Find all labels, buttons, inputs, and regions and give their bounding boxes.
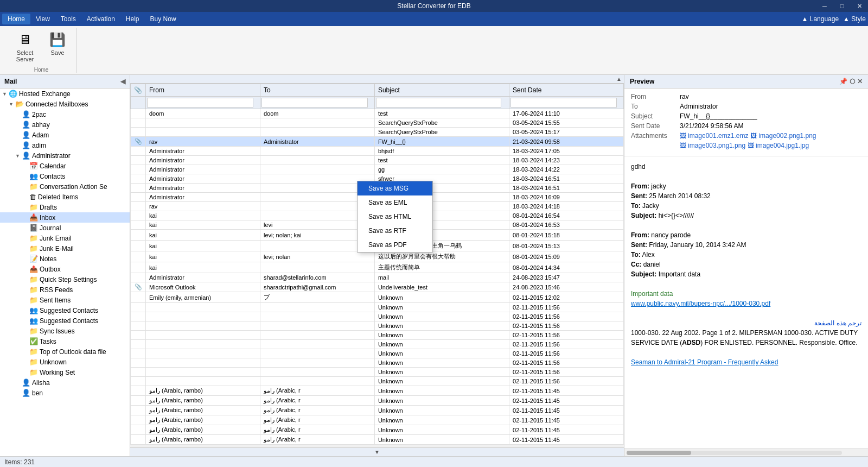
sidebar-item-administrator[interactable]: ▼ 👤 Administrator (0, 150, 130, 161)
table-row[interactable]: Unknown02-11-2015 11:56 (131, 340, 624, 349)
sidebar-collapse-button[interactable]: ◀ (120, 78, 125, 85)
table-row[interactable]: 📎ravAdministratorFW_hi__{}21-03-2024 09:… (131, 137, 624, 147)
select-server-button[interactable]: 🖥 SelectServer (11, 28, 39, 65)
preview-arabic-link[interactable]: ترجم هذه الصفحة (631, 318, 861, 328)
sidebar-item-suggested1[interactable]: 👥 Suggested Contacts (0, 305, 130, 315)
attachment-1[interactable]: 🖼 image001.emz1.emz (680, 132, 748, 140)
sidebar-item-calendar[interactable]: 📅 Calendar (0, 161, 130, 171)
sidebar-item-abhay[interactable]: 👤 abhay (0, 119, 130, 130)
table-row[interactable]: Unknown02-11-2015 11:56 (131, 358, 624, 368)
contacts-icon: 👥 (29, 172, 38, 180)
table-row[interactable]: Administratorsharad@stellarinfo.commail2… (131, 273, 624, 282)
sidebar-item-drafts[interactable]: 📁 Drafts (0, 202, 130, 212)
context-menu-save-html[interactable]: Save as HTML (358, 210, 432, 224)
menu-help[interactable]: Help (120, 14, 145, 24)
table-row[interactable]: 📎Microsoft Outlooksharadctripathi@gmail.… (131, 282, 624, 292)
language-selector[interactable]: ▲ Language (802, 15, 839, 23)
close-button[interactable]: ✕ (851, 0, 868, 12)
table-row[interactable]: رامو (Arabic, rambo)رامو (Arabic, rUnkno… (131, 425, 624, 435)
sidebar-item-unknown[interactable]: 📁 Unknown (0, 357, 130, 367)
attachment-3[interactable]: 🖼 image003.png1.png (680, 142, 745, 149)
sidebar-item-inbox[interactable]: 📥 Inbox (0, 212, 130, 223)
scroll-down-icon[interactable]: ▼ (374, 449, 380, 455)
table-row[interactable]: Administratortest18-03-2024 14:23 (131, 156, 624, 165)
table-row[interactable]: SearchQueryStxProbe03-05-2024 15:17 (131, 128, 624, 137)
table-row[interactable]: kailevi; nolan这以后的岁月里会有很大帮助08-01-2024 15… (131, 251, 624, 262)
style-selector[interactable]: ▲ Style (843, 15, 866, 23)
sidebar-item-workingset[interactable]: 📁 Working Set (0, 367, 130, 377)
table-row[interactable]: Administratorbhjsdf18-03-2024 17:05 (131, 147, 624, 156)
sidebar-item-conversation[interactable]: 📁 Conversation Action Se (0, 181, 130, 192)
sidebar-item-quickstep[interactable]: 📁 Quick Step Settings (0, 274, 130, 285)
tree-toggle-hosted[interactable]: ▼ (2, 91, 9, 97)
sidebar-item-hosted-exchange[interactable]: ▼ 🌐 Hosted Exchange (0, 89, 130, 99)
table-row[interactable]: Unknown02-11-2015 11:56 (131, 368, 624, 377)
sidebar-item-suggested2[interactable]: 👥 Suggested Contacts (0, 315, 130, 326)
sidebar-item-sentitems[interactable]: 📁 Sent Items (0, 295, 130, 305)
table-row[interactable]: رامو (Arabic, rambo)رامو (Arabic, rUnkno… (131, 396, 624, 406)
restore-button[interactable]: □ (833, 0, 851, 12)
table-row[interactable]: doomdoomtest17-06-2024 11:10 (131, 109, 624, 118)
table-row[interactable]: Administratorgg18-03-2024 14:22 (131, 165, 624, 174)
col-attach[interactable]: 📎 (131, 84, 146, 97)
search-from-input[interactable] (147, 98, 253, 108)
table-row[interactable]: Unknown02-11-2015 11:56 (131, 377, 624, 386)
search-date-input[interactable] (510, 98, 617, 108)
preview-navy-link[interactable]: www.public.navy.mil/bupers-npc/.../1000-… (631, 299, 861, 308)
table-row[interactable]: رامو (Arabic, rambo)رامو (Arabic, rUnkno… (131, 406, 624, 415)
sidebar-item-junk-email2[interactable]: 📁 Junk E-Mail (0, 243, 130, 254)
sidebar-item-contacts[interactable]: 👥 Contacts (0, 171, 130, 181)
preview-footer-link[interactable]: Seaman to Admiral-21 Program - Frequentl… (631, 357, 861, 367)
menu-tools[interactable]: Tools (55, 14, 81, 24)
table-row[interactable]: رامو (Arabic, rambo)رامو (Arabic, rUnkno… (131, 435, 624, 445)
preview-pin-icon[interactable]: 📌 (839, 78, 847, 85)
table-row[interactable]: Emily (emily, armenian)ブUnknown02-11-201… (131, 292, 624, 303)
menu-home[interactable]: Home (2, 14, 30, 24)
sidebar-item-connected[interactable]: ▼ 📂 Connected Mailboxes (0, 99, 130, 109)
table-row[interactable]: SearchQueryStxProbe03-05-2024 15:55 (131, 118, 624, 128)
sidebar-item-topoutlook[interactable]: 📁 Top of Outlook data file (0, 346, 130, 357)
sidebar-item-adam[interactable]: 👤 Adam (0, 130, 130, 140)
col-to[interactable]: To (260, 84, 374, 97)
context-menu-save-eml[interactable]: Save as EML (358, 195, 432, 210)
table-row[interactable]: رامو (Arabic, rambo)رامو (Arabic, rUnkno… (131, 415, 624, 425)
sidebar-item-syncissues[interactable]: 📁 Sync Issues (0, 326, 130, 336)
minimize-button[interactable]: ─ (816, 0, 833, 12)
menu-buynow[interactable]: Buy Now (145, 14, 182, 24)
context-menu-save-pdf[interactable]: Save as PDF (358, 238, 432, 252)
sidebar-item-tasks[interactable]: ✅ Tasks (0, 336, 130, 346)
menu-view[interactable]: View (30, 14, 55, 24)
attachment-4[interactable]: 🖼 image004.jpg1.jpg (748, 142, 809, 149)
save-button[interactable]: 💾 Save (43, 28, 72, 65)
search-subject-input[interactable] (376, 98, 501, 108)
sidebar-item-journal[interactable]: 📓 Journal (0, 223, 130, 233)
preview-detach-icon[interactable]: ⬡ (850, 78, 855, 85)
table-row[interactable]: Unknown02-11-2015 11:56 (131, 349, 624, 358)
col-from[interactable]: From (146, 84, 260, 97)
context-menu-save-rtf[interactable]: Save as RTF (358, 224, 432, 238)
col-subject[interactable]: Subject (374, 84, 509, 97)
sidebar-item-deleted[interactable]: 🗑 Deleted Items (0, 192, 130, 202)
sidebar-item-alisha[interactable]: 👤 Alisha (0, 377, 130, 388)
sidebar-item-adim[interactable]: 👤 adim (0, 140, 130, 150)
sidebar-item-notes[interactable]: 📝 Notes (0, 254, 130, 264)
table-row[interactable]: kai主题传统而简单08-01-2024 14:34 (131, 262, 624, 273)
sidebar-item-junk-email[interactable]: 📁 Junk Email (0, 233, 130, 243)
table-row[interactable]: Unknown02-11-2015 11:56 (131, 331, 624, 340)
table-row[interactable]: رامو (Arabic, rambo)رامو (Arabic, rUnkno… (131, 386, 624, 396)
sidebar-item-2pac[interactable]: 👤 2pac (0, 109, 130, 119)
table-row[interactable]: Unknown02-11-2015 11:56 (131, 321, 624, 331)
col-sentdate[interactable]: Sent Date (509, 84, 624, 97)
table-row[interactable]: Unknown02-11-2015 11:56 (131, 312, 624, 321)
tree-toggle-connected[interactable]: ▼ (9, 102, 15, 107)
preview-close-icon[interactable]: ✕ (857, 78, 863, 85)
sidebar-item-rssfeeds[interactable]: 📁 RSS Feeds (0, 285, 130, 295)
menu-activation[interactable]: Activation (81, 14, 120, 24)
context-menu-save-msg[interactable]: Save as MSG (358, 181, 432, 195)
sidebar-item-ben[interactable]: 👤 ben (0, 388, 130, 398)
attachment-2[interactable]: 🖼 image002.png1.png (750, 132, 816, 140)
scroll-up-icon[interactable]: ▲ (616, 76, 622, 82)
search-to-input[interactable] (261, 98, 368, 108)
table-row[interactable]: Unknown02-11-2015 11:56 (131, 303, 624, 312)
sidebar-item-outbox[interactable]: 📤 Outbox (0, 264, 130, 274)
